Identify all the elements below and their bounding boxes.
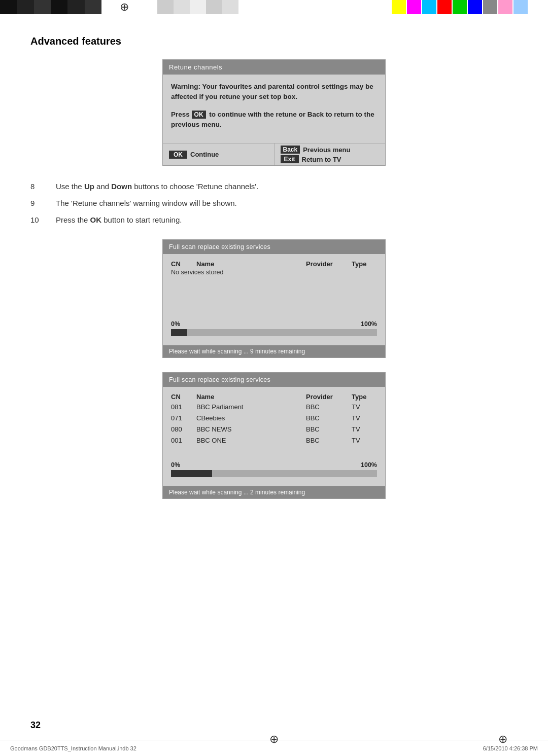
return-tv-label: Return to TV xyxy=(302,156,341,163)
service-cn-071: 071 xyxy=(171,413,196,424)
service-name-001: BBC ONE xyxy=(196,435,306,446)
ok-badge: OK xyxy=(169,151,187,159)
col-type-2: Type xyxy=(352,393,377,401)
service-cn-001: 001 xyxy=(171,435,196,446)
exit-badge: Exit xyxy=(281,155,299,163)
service-row-081: 081 BBC Parliament BBC TV xyxy=(171,402,377,413)
step-8-number: 8 xyxy=(30,181,56,192)
service-type-080: TV xyxy=(352,424,377,435)
scan-2-progress-labels: 0% 100% xyxy=(171,461,377,469)
scan-1-status: Please wait while scanning ... 9 minutes… xyxy=(163,345,385,357)
service-provider-081: BBC xyxy=(306,402,352,413)
progress-1-end: 100% xyxy=(361,320,377,328)
service-type-081: TV xyxy=(352,402,377,413)
retune-dialog: Retune channels Warning: Your favourites… xyxy=(162,59,386,166)
col-type-1: Type xyxy=(352,260,377,268)
progress-2-start: 0% xyxy=(171,461,180,469)
step-9-number: 9 xyxy=(30,198,56,208)
step-10-text: Press the OK button to start retuning. xyxy=(56,214,182,225)
service-cn-081: 081 xyxy=(171,402,196,413)
exit-item: Exit Return to TV xyxy=(281,155,380,163)
scan-2-status: Please wait while scanning ... 2 minutes… xyxy=(163,486,385,498)
steps-section: 8 Use the Up and Down buttons to choose … xyxy=(30,181,518,225)
progress-2-end: 100% xyxy=(361,461,377,469)
scan-1-progress-bar-bg xyxy=(171,329,377,336)
step-8-text: Use the Up and Down buttons to choose 'R… xyxy=(56,181,258,192)
progress-1-start: 0% xyxy=(171,320,180,328)
col-cn-2: CN xyxy=(171,393,196,401)
scan-box-1: Full scan replace existing services CN N… xyxy=(162,239,386,358)
dialog-title: Retune channels xyxy=(163,60,385,75)
continue-label: Continue xyxy=(190,151,219,158)
service-row-071: 071 CBeebies BBC TV xyxy=(171,413,377,424)
col-name-1: Name xyxy=(196,260,306,268)
back-badge: Back xyxy=(281,146,300,154)
service-type-071: TV xyxy=(352,413,377,424)
scan-table-1-header: CN Name Provider Type xyxy=(171,260,377,268)
dialog-footer-right: Back Previous menu Exit Return to TV xyxy=(274,143,386,165)
service-row-080: 080 BBC NEWS BBC TV xyxy=(171,424,377,435)
col-provider-2: Provider xyxy=(306,393,352,401)
col-name-2: Name xyxy=(196,393,306,401)
press-label: Press xyxy=(171,111,192,118)
scan-box-2: Full scan replace existing services CN N… xyxy=(162,372,386,499)
service-name-081: BBC Parliament xyxy=(196,402,306,413)
scan-2-progress-bar-fill xyxy=(171,470,212,477)
step-9-text: The 'Retune channels' warning window wil… xyxy=(56,198,237,208)
service-cn-080: 080 xyxy=(171,424,196,435)
scan-2-progress-bar-bg xyxy=(171,470,377,477)
scan-2-progress: 0% 100% xyxy=(171,461,377,477)
service-provider-071: BBC xyxy=(306,413,352,424)
footer-right: 6/15/2010 4:26:38 PM xyxy=(483,745,538,751)
step-10-number: 10 xyxy=(30,214,56,225)
col-cn-1: CN xyxy=(171,260,196,268)
back-item: Back Previous menu xyxy=(281,146,380,154)
color-bars-top: ⊕ xyxy=(0,0,548,14)
scan-table-2-header: CN Name Provider Type xyxy=(171,393,377,401)
scan-1-progress: 0% 100% xyxy=(171,320,377,336)
dialog-footer: OK Continue Back Previous menu Exit Retu… xyxy=(163,143,385,165)
step-8: 8 Use the Up and Down buttons to choose … xyxy=(30,181,518,192)
footer: Goodmans GDB20TTS_Instruction Manual.ind… xyxy=(0,740,548,756)
col-provider-1: Provider xyxy=(306,260,352,268)
dialog-instruction: Press OK to continue with the retune or … xyxy=(171,110,377,130)
service-provider-080: BBC xyxy=(306,424,352,435)
main-content: Advanced features Retune channels Warnin… xyxy=(30,20,518,736)
service-provider-001: BBC xyxy=(306,435,352,446)
scan-1-progress-labels: 0% 100% xyxy=(171,320,377,328)
service-type-001: TV xyxy=(352,435,377,446)
ok-key-badge: OK xyxy=(192,111,206,119)
scan-services-list: 081 BBC Parliament BBC TV 071 CBeebies B… xyxy=(171,402,377,446)
scan-box-1-title: Full scan replace existing services xyxy=(163,240,385,254)
service-name-071: CBeebies xyxy=(196,413,306,424)
scan-box-2-title: Full scan replace existing services xyxy=(163,373,385,387)
step-9: 9 The 'Retune channels' warning window w… xyxy=(30,198,518,208)
footer-left: Goodmans GDB20TTS_Instruction Manual.ind… xyxy=(10,745,136,751)
no-services-text: No services stored xyxy=(171,269,377,276)
previous-menu-label: Previous menu xyxy=(303,146,350,154)
page-title: Advanced features xyxy=(30,35,518,47)
dialog-warning: Warning: Your favourites and parental co… xyxy=(171,82,377,102)
service-name-080: BBC NEWS xyxy=(196,424,306,435)
scan-1-progress-bar-fill xyxy=(171,329,187,336)
step-10: 10 Press the OK button to start retuning… xyxy=(30,214,518,225)
service-row-001: 001 BBC ONE BBC TV xyxy=(171,435,377,446)
dialog-footer-left: OK Continue xyxy=(163,143,274,165)
page-number: 32 xyxy=(30,720,41,731)
